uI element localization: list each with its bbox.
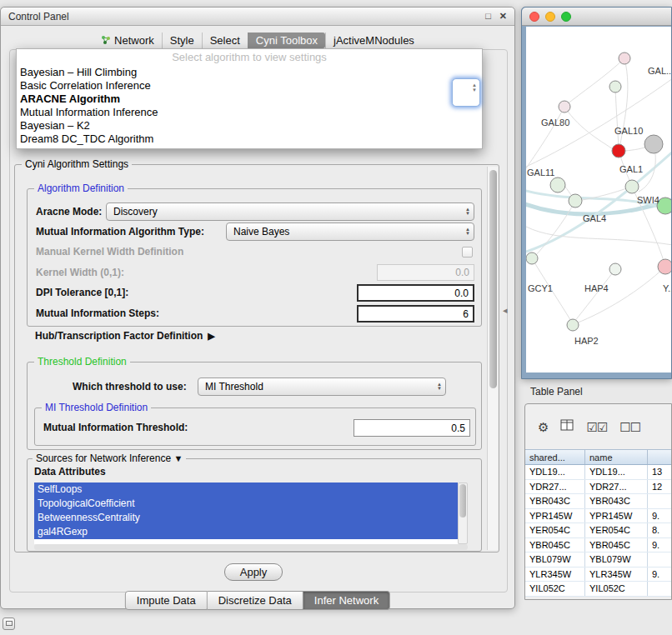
- float-window-icon[interactable]: □: [485, 11, 491, 22]
- data-attributes-list: SelfLoopsTopologicalCoefficientBetweenne…: [34, 482, 458, 544]
- dpi-tolerance-field[interactable]: 0.0: [357, 284, 474, 302]
- close-window-icon[interactable]: ✕: [499, 11, 507, 22]
- network-node[interactable]: [609, 263, 621, 275]
- attributes-list-scrollbar[interactable]: [458, 482, 468, 544]
- network-node-label: HAP2: [574, 336, 599, 346]
- spinner-arrows-icon: ▲▼: [472, 82, 477, 92]
- network-window-titlebar: [522, 8, 671, 26]
- algorithm-option[interactable]: Dream8 DC_TDC Algorithm: [17, 132, 482, 146]
- table-cell: YDL19...: [525, 465, 585, 479]
- minimize-button[interactable]: [545, 12, 555, 22]
- hub-definition-expander[interactable]: Hub/Transcription Factor Definition ▶: [35, 330, 215, 342]
- mi-steps-field[interactable]: 6: [357, 305, 474, 322]
- tab-cyni-toolbox[interactable]: Cyni Toolbox: [248, 32, 325, 48]
- network-node-label: HAP4: [584, 283, 609, 293]
- network-node[interactable]: [625, 180, 639, 193]
- algorithm-option[interactable]: Mutual Information Inference: [17, 106, 482, 119]
- bottom-tab-impute-data[interactable]: Impute Data: [125, 591, 208, 610]
- table-row[interactable]: YBR043CYBR043C: [525, 494, 671, 509]
- manual-kernel-checkbox[interactable]: [462, 247, 473, 258]
- table-header-cell[interactable]: shared...: [525, 450, 585, 464]
- close-button[interactable]: [529, 12, 539, 22]
- table-row[interactable]: YBR045CYBR045C9.: [525, 538, 671, 553]
- table-cell: [648, 494, 671, 508]
- algorithm-option[interactable]: Bayesian – Hill Climbing: [17, 66, 482, 79]
- network-node[interactable]: [644, 135, 663, 153]
- bottom-tab-bar: Impute DataDiscretize DataInfer Network: [125, 591, 390, 610]
- network-node[interactable]: [559, 101, 570, 112]
- table-cell: 13: [648, 465, 671, 479]
- table-row[interactable]: YPR145WYPR145W9.: [525, 509, 671, 524]
- network-canvas-svg: GAL...GAL80GAL10GAL11GAL1SWI4GAL4GCY1HAP…: [526, 27, 671, 372]
- attribute-list-item[interactable]: SelfLoops: [34, 482, 458, 497]
- select-all-icon[interactable]: ☑☑: [586, 421, 607, 433]
- which-threshold-combobox[interactable]: MI Threshold ▲▼: [198, 378, 446, 396]
- network-node[interactable]: [609, 81, 621, 92]
- attribute-list-item[interactable]: gal4RGexp: [34, 525, 458, 539]
- table-header-cell[interactable]: [648, 450, 671, 464]
- table-cell: 8.: [648, 523, 671, 538]
- select-none-icon[interactable]: ☐☐: [619, 421, 640, 433]
- table-cell: YDL19...: [585, 465, 648, 479]
- threshold-definition-group: Threshold Definition Which threshold to …: [27, 362, 482, 450]
- attribute-list-item[interactable]: BetweennessCentrality: [34, 511, 458, 525]
- table-cell: YPR145W: [585, 509, 648, 523]
- attribute-list-item[interactable]: TopologicalCoefficient: [34, 497, 458, 511]
- apply-button[interactable]: Apply: [224, 563, 283, 581]
- network-node-label: GAL...: [648, 66, 671, 76]
- algorithm-option[interactable]: Basic Correlation Inference: [17, 79, 482, 92]
- network-node[interactable]: [569, 194, 582, 208]
- hub-definition-label: Hub/Transcription Factor Definition: [35, 330, 203, 342]
- table-cell: YLR345W: [525, 568, 585, 582]
- algorithm-dropdown-list: Bayesian – Hill ClimbingBasic Correlatio…: [17, 66, 482, 146]
- network-canvas[interactable]: GAL...GAL80GAL10GAL11GAL1SWI4GAL4GCY1HAP…: [526, 27, 671, 372]
- table-row[interactable]: YBL079WYBL079W: [525, 552, 671, 568]
- gear-icon[interactable]: ⚙: [538, 421, 548, 433]
- table-header-cell[interactable]: name: [585, 450, 648, 464]
- network-node[interactable]: [526, 252, 538, 264]
- mi-threshold-label: Mutual Information Threshold:: [43, 418, 188, 437]
- settings-group-title: Cyni Algorithm Settings: [22, 158, 132, 170]
- algorithm-option[interactable]: ARACNE Algorithm: [17, 92, 482, 106]
- sources-group: Sources for Network Inference ▼ Data Att…: [27, 458, 482, 552]
- attributes-list-hscrollbar[interactable]: [34, 544, 468, 550]
- cyni-algorithm-settings-group: Cyni Algorithm Settings Algorithm Defini…: [14, 164, 499, 552]
- show-columns-icon[interactable]: [560, 419, 574, 434]
- zoom-button[interactable]: [561, 12, 571, 22]
- table-cell: [648, 552, 671, 567]
- tab-style[interactable]: Style: [162, 32, 202, 48]
- network-node-label: SWI4: [637, 195, 659, 205]
- panel-splitter-handle[interactable]: ◂: [503, 305, 508, 316]
- combo-arrows-icon: ▲▼: [465, 223, 470, 240]
- focused-spinner-control[interactable]: ▲▼: [452, 78, 480, 107]
- tab-network[interactable]: Network: [93, 32, 162, 48]
- network-node-label: Y...: [663, 283, 671, 293]
- network-node[interactable]: [658, 259, 671, 274]
- table-header: shared...name: [525, 449, 671, 465]
- settings-scrollbar[interactable]: [487, 167, 498, 550]
- tab-bar: NetworkStyleSelectCyni ToolboxjActiveMNo…: [1, 31, 514, 49]
- mi-threshold-field[interactable]: 0.5: [354, 419, 470, 437]
- bottom-tab-infer-network[interactable]: Infer Network: [303, 591, 390, 610]
- bottom-tab-discretize-data[interactable]: Discretize Data: [208, 591, 303, 610]
- tab-jactivemnodules[interactable]: jActiveMNodules: [325, 32, 422, 48]
- table-row[interactable]: YDR27...YDR27...12: [525, 480, 671, 495]
- network-node[interactable]: [567, 319, 579, 331]
- tab-select[interactable]: Select: [202, 32, 248, 48]
- table-row[interactable]: YIL052CYIL052C: [525, 582, 671, 597]
- which-threshold-value: MI Threshold: [205, 381, 263, 392]
- table-row[interactable]: YLR345WYLR345W9.: [525, 568, 671, 582]
- algorithm-definition-group: Algorithm Definition Aracne Mode: Discov…: [27, 188, 482, 327]
- network-node-label: GAL10: [614, 126, 643, 136]
- network-node[interactable]: [612, 144, 625, 158]
- network-node[interactable]: [619, 52, 630, 64]
- kernel-width-field[interactable]: 0.0: [377, 264, 474, 281]
- table-row[interactable]: YDL19...YDL19...13: [525, 465, 671, 480]
- aracne-mode-combobox[interactable]: Discovery ▲▼: [106, 202, 474, 221]
- algorithm-option[interactable]: Bayesian – K2: [17, 119, 482, 132]
- table-row[interactable]: YER054CYER054C8.: [525, 523, 671, 538]
- mi-type-combobox[interactable]: Naive Bayes ▲▼: [226, 222, 474, 241]
- network-node[interactable]: [550, 178, 565, 192]
- restore-panel-icon[interactable]: [3, 618, 15, 630]
- mi-threshold-group-title: MI Threshold Definition: [42, 402, 151, 413]
